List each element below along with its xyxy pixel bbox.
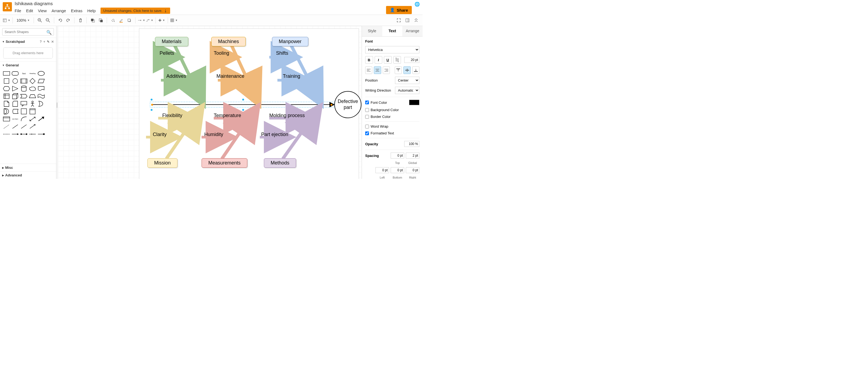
redo-button[interactable] <box>64 17 72 24</box>
border-color-check[interactable]: Border Color <box>365 115 420 119</box>
category-methods[interactable]: Methods <box>264 158 296 168</box>
effect-node[interactable]: Defective part <box>334 91 362 118</box>
cause-maintenance[interactable]: Maintenance <box>216 73 244 79</box>
position-select[interactable]: Center <box>395 77 420 84</box>
cause-additives[interactable]: Additives <box>166 73 186 79</box>
shape-callout[interactable] <box>20 101 28 107</box>
shape-square[interactable] <box>3 78 10 84</box>
shape-arrow[interactable] <box>37 116 45 122</box>
collapse-button[interactable] <box>412 17 420 24</box>
vertical-text-button[interactable] <box>393 56 401 64</box>
page-view-button[interactable]: ▼ <box>3 17 10 24</box>
cause-molding[interactable]: Molding process <box>269 113 305 118</box>
undo-button[interactable] <box>56 17 64 24</box>
shape-list[interactable] <box>3 116 10 122</box>
shape-data-storage[interactable] <box>11 109 19 114</box>
shape-curve[interactable] <box>20 116 28 122</box>
waypoints-button[interactable]: ▼ <box>146 17 153 24</box>
to-back-button[interactable] <box>97 17 104 24</box>
spacing-left-input[interactable] <box>375 167 389 173</box>
shape-container[interactable] <box>20 109 28 114</box>
cause-clarity[interactable]: Clarity <box>153 132 166 137</box>
cause-tooling[interactable]: Tooling <box>214 51 229 56</box>
shape-and[interactable] <box>3 109 10 114</box>
category-materials[interactable]: Materials <box>155 37 188 47</box>
shape-step[interactable] <box>20 93 28 99</box>
spacing-top-input[interactable] <box>391 153 404 158</box>
save-notice[interactable]: Unsaved changes. Click here to save. ⭳ <box>100 8 170 14</box>
shape-cylinder[interactable] <box>20 86 28 92</box>
cause-temperature[interactable]: Temperature <box>214 113 241 118</box>
shape-link2[interactable] <box>11 131 19 137</box>
shape-document[interactable] <box>37 86 45 92</box>
general-section-header[interactable]: ▼General <box>0 61 56 69</box>
cause-training[interactable]: Training <box>283 73 300 79</box>
help-icon[interactable]: ? <box>40 40 42 43</box>
align-center-button[interactable] <box>374 66 381 74</box>
scratchpad-dropzone[interactable]: Drag elements here <box>3 48 53 59</box>
formatted-check[interactable]: Formatted Text <box>365 131 420 135</box>
shape-dashed-line[interactable] <box>3 124 10 129</box>
line-color-button[interactable] <box>117 17 125 24</box>
italic-button[interactable]: I <box>375 56 382 64</box>
selection-handle[interactable] <box>151 99 153 100</box>
connection-button[interactable]: ▼ <box>137 17 145 24</box>
advanced-section-header[interactable]: ▶Advanced <box>0 171 56 179</box>
shape-frame[interactable] <box>29 109 36 114</box>
selection-handle[interactable] <box>242 109 244 111</box>
add-icon[interactable]: + <box>43 40 45 43</box>
shape-tape[interactable] <box>37 93 45 99</box>
word-wrap-check[interactable]: Word Wrap <box>365 124 420 128</box>
zoom-in-button[interactable] <box>36 17 43 24</box>
shape-or[interactable] <box>37 101 45 107</box>
shape-rect[interactable] <box>3 70 10 76</box>
menu-view[interactable]: View <box>38 8 46 13</box>
font-color-check[interactable]: Font Color <box>365 100 387 104</box>
category-mission[interactable]: Mission <box>147 158 178 168</box>
shape-text[interactable]: Text <box>20 70 28 76</box>
table-button[interactable]: ▼ <box>170 17 178 24</box>
menu-help[interactable]: Help <box>87 8 96 13</box>
align-left-button[interactable] <box>365 66 372 74</box>
language-icon[interactable]: 🌐 <box>414 2 420 7</box>
doc-title[interactable]: Ishikawa diagrams <box>14 1 386 6</box>
shape-list-item[interactable]: List Item <box>11 116 19 122</box>
insert-button[interactable]: +▼ <box>158 17 165 24</box>
spacing-bottom-input[interactable] <box>391 167 404 173</box>
shape-link1[interactable] <box>3 131 10 137</box>
shape-heading[interactable]: Heading <box>29 70 36 76</box>
cause-ejection[interactable]: Part ejection <box>261 132 288 137</box>
format-panel-button[interactable] <box>404 17 411 24</box>
to-front-button[interactable] <box>89 17 96 24</box>
zoom-level[interactable]: 100%▼ <box>15 18 31 23</box>
menu-extras[interactable]: Extras <box>71 8 83 13</box>
tab-text[interactable]: Text <box>382 26 403 36</box>
valign-middle-button[interactable] <box>403 66 410 74</box>
shape-parallelogram[interactable] <box>37 78 45 84</box>
opacity-input[interactable] <box>404 141 420 147</box>
shape-bidir-arrow[interactable] <box>29 116 36 122</box>
menu-file[interactable]: File <box>14 8 21 13</box>
shadow-button[interactable] <box>125 17 133 24</box>
tab-style[interactable]: Style <box>362 26 382 36</box>
shape-trapezoid[interactable] <box>29 93 36 99</box>
bg-color-check[interactable]: Background Color <box>365 108 420 112</box>
spacing-right-input[interactable] <box>406 167 420 173</box>
cause-flexibility[interactable]: Flexibility <box>162 113 182 118</box>
shape-dir-line[interactable] <box>29 124 36 129</box>
canvas[interactable]: Materials Machines Manpower Mission Meas… <box>58 26 362 179</box>
shape-note[interactable] <box>3 101 10 107</box>
valign-bottom-button[interactable] <box>412 66 420 74</box>
fill-color-button[interactable] <box>109 17 117 24</box>
shape-card[interactable] <box>11 101 19 107</box>
shape-circle[interactable] <box>11 78 19 84</box>
category-measurements[interactable]: Measurements <box>202 158 247 168</box>
shape-ellipse[interactable] <box>37 70 45 76</box>
shape-actor[interactable] <box>29 101 36 107</box>
category-machines[interactable]: Machines <box>211 37 246 47</box>
close-icon[interactable]: ✕ <box>51 40 54 43</box>
shape-cloud[interactable] <box>29 86 36 92</box>
shape-link5[interactable] <box>37 131 45 137</box>
shape-line2[interactable] <box>20 124 28 129</box>
valign-top-button[interactable] <box>395 66 402 74</box>
